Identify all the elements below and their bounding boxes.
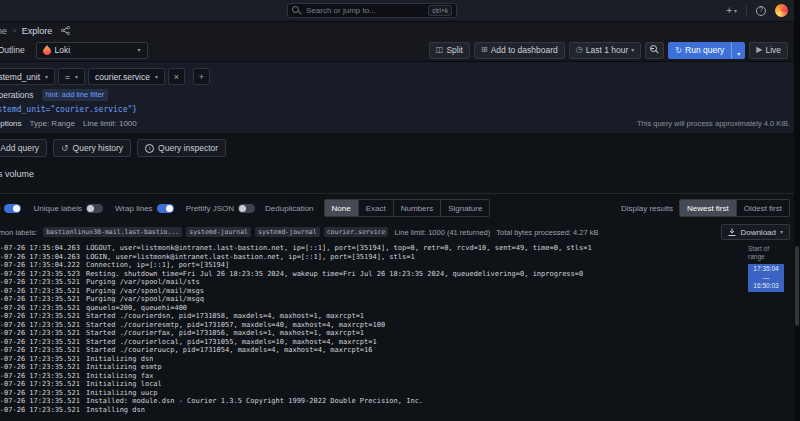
logs-area: 2024-07-26 17:35:04.263 LOGOUT, user=lis… (0, 242, 800, 421)
log-row[interactable]: 2024-07-26 17:23:35.521 Installing dsn (0, 406, 742, 415)
log-row[interactable]: 2024-07-26 17:23:35.521 Initializing loc… (0, 380, 742, 389)
operations-label: Operations (0, 90, 34, 100)
log-timestamp: 2024-07-26 17:23:35.521 (0, 397, 80, 406)
log-row[interactable]: 2024-07-26 17:23:35.521 Started ./courie… (0, 312, 742, 321)
log-row[interactable]: 2024-07-26 17:23:35.521 Initializing uuc… (0, 389, 742, 398)
log-timestamp: 2024-07-26 17:23:35.521 (0, 346, 80, 355)
label-value: courier.service (95, 72, 150, 82)
logs-controls: Time Unique labels Wrap lines Pr (0, 194, 800, 222)
log-timestamp: 2024-07-26 17:23:35.521 (0, 321, 80, 330)
close-icon: × (174, 72, 179, 82)
log-row[interactable]: 2024-07-26 17:23:35.521 Started ./courie… (0, 321, 742, 330)
help-icon[interactable]: ? (756, 6, 766, 16)
label-value-select[interactable]: courier.service ▾ (88, 68, 165, 85)
dedup-option[interactable]: Signature (441, 200, 489, 216)
options-toggle[interactable]: Options (0, 119, 22, 128)
log-row[interactable]: 2024-07-26 17:23:35.521 Initializing esm… (0, 363, 742, 372)
query-actions: + Add query ↺ Query history i Query insp… (0, 133, 800, 163)
loki-icon (43, 45, 51, 55)
split-button[interactable]: ◫ Split (429, 42, 470, 59)
log-row[interactable]: 2024-07-26 17:23:35.521 Purging /var/spo… (0, 295, 742, 304)
options-type: Type: Range (30, 119, 75, 128)
log-row[interactable]: 2024-07-26 17:35:04.263 LOGOUT, user=lis… (0, 244, 742, 253)
log-timestamp: 2024-07-26 17:35:04.263 (0, 244, 80, 253)
operator-select[interactable]: = ▾ (58, 68, 85, 85)
sort-option[interactable]: Newest first (680, 200, 737, 216)
log-message: Initializing dsn (86, 355, 153, 364)
log-message: Initializing esmtp (86, 363, 162, 372)
breadcrumb-separator: > (12, 26, 17, 35)
scrollbar-track[interactable] (794, 0, 800, 421)
hint-badge[interactable]: hint: add line filter (42, 89, 109, 101)
outline-label: Outline (0, 45, 25, 55)
log-message: Purging /var/spool/mail/sts (86, 278, 200, 287)
start-of-range-label: Start of range (748, 245, 774, 260)
zoom-out-button[interactable] (645, 42, 664, 59)
run-query-button[interactable]: ↻ Run query (668, 42, 731, 59)
query-history-button[interactable]: ↺ Query history (53, 139, 131, 157)
toggle-label: Prettify JSON (186, 204, 234, 213)
new-menu-button[interactable]: +▾ (726, 5, 737, 16)
dedup-option[interactable]: None (325, 200, 359, 216)
log-row[interactable]: 2024-07-26 17:23:35.521 Started ./courie… (0, 346, 742, 355)
log-row[interactable]: 2024-07-26 17:23:35.523 Resting. shutdow… (0, 270, 742, 279)
log-row[interactable]: 2024-07-26 17:35:04.222 Connection, ip=[… (0, 261, 742, 270)
datasource-picker[interactable]: Loki ▾ (36, 42, 148, 59)
label-chip: courier.service (324, 227, 389, 237)
download-icon (728, 228, 736, 236)
breadcrumb-home[interactable]: Home (0, 26, 7, 36)
dedup-group: None Exact Numbers Signature (324, 199, 491, 217)
logs-toggle[interactable]: Wrap lines (115, 204, 174, 213)
grafana-logo[interactable] (775, 4, 788, 17)
chevron-down-icon: ▾ (780, 229, 783, 235)
add-label-filter-button[interactable]: + (193, 68, 210, 85)
log-row[interactable]: 2024-07-26 17:23:35.521 Purging /var/spo… (0, 278, 742, 287)
log-row[interactable]: 2024-07-26 17:23:35.521 Purging /var/spo… (0, 287, 742, 296)
operations-button[interactable]: + Operations (0, 90, 34, 100)
log-row[interactable]: 2024-07-26 17:23:35.521 Started ./courie… (0, 338, 742, 347)
remove-filter-button[interactable]: × (168, 68, 185, 85)
log-row[interactable]: 2024-07-26 17:23:35.521 Initializing dsn (0, 355, 742, 364)
dedup-label: Deduplication (265, 204, 313, 213)
label-chip: systemd-journal (255, 227, 320, 237)
outline-button[interactable]: ≡ Outline (0, 42, 32, 59)
log-row[interactable]: 2024-07-26 17:23:35.521 Installed: modul… (0, 397, 742, 406)
toggle-switch (157, 204, 174, 213)
time-range-label: Last 1 hour (586, 45, 629, 55)
run-query-interval-caret[interactable]: ▾ (731, 42, 745, 59)
log-timestamp: 2024-07-26 17:23:35.521 (0, 329, 80, 338)
scrollbar-thumb[interactable] (795, 246, 799, 326)
query-inspector-button[interactable]: i Query inspector (137, 139, 226, 157)
dedup-option[interactable]: Exact (359, 200, 394, 216)
label-filters-row: systemd_unit ▾ = ▾ courier.service ▾ × + (0, 68, 790, 85)
download-button[interactable]: Download ▾ (721, 224, 790, 240)
logs-meta-row: Common labels: bastionlinux30-mail.last-… (0, 222, 800, 242)
log-row[interactable]: 2024-07-26 17:35:04.263 LOGIN, user=list… (0, 253, 742, 262)
dedup-option[interactable]: Numbers (394, 200, 441, 216)
label-name-select[interactable]: systemd_unit ▾ (0, 68, 55, 85)
logs-toggle[interactable]: Time (0, 204, 21, 213)
log-page-chip[interactable]: 17:35:04 — 16:50:03 (748, 264, 784, 292)
logs-toggle[interactable]: Prettify JSON (186, 204, 255, 213)
log-message: Installed: module.dsn - Courier 1.3.5 Co… (86, 397, 423, 406)
log-message: Connection, ip=[::1], port=[35194] (86, 261, 229, 270)
sort-option[interactable]: Oldest first (737, 200, 789, 216)
add-query-button[interactable]: + Add query (0, 139, 47, 157)
operator: = (65, 72, 70, 82)
history-icon: ↺ (61, 144, 69, 153)
share-icon[interactable] (61, 26, 70, 35)
log-row[interactable]: 2024-07-26 17:23:35.521 Initializing fax (0, 372, 742, 381)
add-to-dashboard-button[interactable]: ⊞ Add to dashboard (474, 42, 565, 59)
dashboard-grid-icon: ⊞ (481, 46, 488, 54)
log-message: Initializing uucp (86, 389, 158, 398)
info-icon: i (145, 144, 154, 153)
time-picker-button[interactable]: ◷ Last 1 hour ▾ (569, 42, 642, 59)
logs-toggle[interactable]: Unique labels (33, 204, 102, 213)
content: Search or jump to... ctrl+k +▾ ? Home > … (0, 0, 800, 421)
chevron-down-icon: ▾ (155, 74, 158, 80)
search-input[interactable]: Search or jump to... ctrl+k (287, 3, 457, 18)
log-row[interactable]: 2024-07-26 17:23:35.521 Started ./courie… (0, 329, 742, 338)
line-limit-info: Line limit: 1000 (41 returned) (394, 228, 490, 237)
live-button[interactable]: ▶ Live (749, 42, 788, 59)
log-row[interactable]: 2024-07-26 17:23:35.521 queuelo=200, que… (0, 304, 742, 313)
